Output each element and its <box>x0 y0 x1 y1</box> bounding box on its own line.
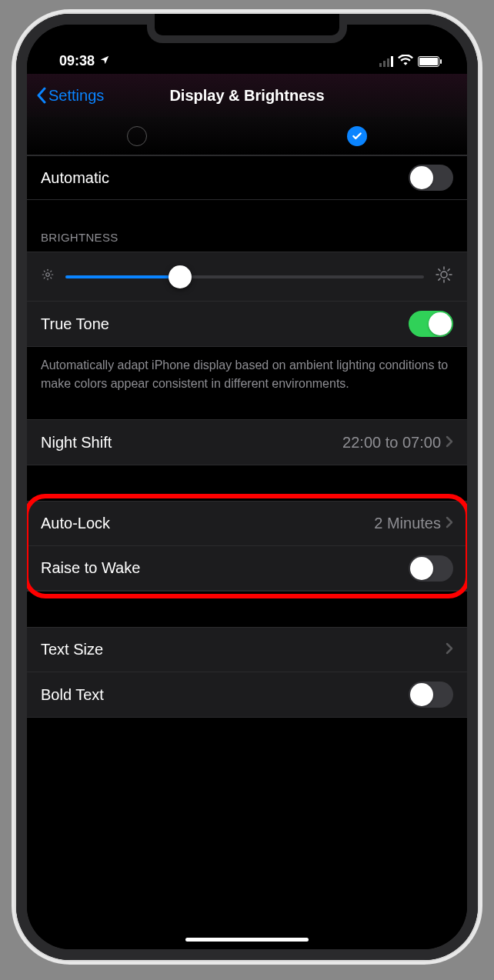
bold-text-row: Bold Text <box>27 672 467 717</box>
brightness-slider[interactable] <box>65 275 424 278</box>
bold-text-label: Bold Text <box>41 686 104 704</box>
night-shift-value: 22:00 to 07:00 <box>342 434 441 452</box>
svg-line-8 <box>51 271 52 272</box>
svg-line-15 <box>448 278 449 280</box>
appearance-dark-option[interactable] <box>247 117 467 155</box>
cellular-signal-icon <box>379 56 393 67</box>
radio-unchecked-icon <box>127 126 147 146</box>
back-label: Settings <box>48 87 104 105</box>
home-indicator[interactable] <box>185 938 309 942</box>
automatic-row: Automatic <box>27 155 467 200</box>
battery-icon <box>418 56 439 67</box>
night-shift-label: Night Shift <box>41 434 112 452</box>
chevron-left-icon <box>36 87 47 104</box>
appearance-selector <box>27 117 467 155</box>
true-tone-label: True Tone <box>41 315 109 333</box>
svg-line-17 <box>448 269 449 271</box>
chevron-right-icon <box>446 641 453 658</box>
navigation-bar: Settings Display & Brightness <box>27 74 467 117</box>
automatic-toggle[interactable] <box>409 165 453 191</box>
raise-to-wake-label: Raise to Wake <box>41 559 140 577</box>
auto-lock-row[interactable]: Auto-Lock 2 Minutes <box>27 502 467 546</box>
wifi-icon <box>398 53 413 69</box>
bold-text-toggle[interactable] <box>409 682 453 708</box>
true-tone-row: True Tone <box>27 302 467 346</box>
night-shift-row[interactable]: Night Shift 22:00 to 07:00 <box>27 420 467 465</box>
true-tone-footer: Automatically adapt iPhone display based… <box>27 347 467 401</box>
brightness-slider-row <box>27 252 467 302</box>
appearance-light-option[interactable] <box>27 117 247 155</box>
status-time: 09:38 <box>59 53 95 69</box>
back-button[interactable]: Settings <box>36 87 104 105</box>
text-size-label: Text Size <box>41 641 103 658</box>
radio-checked-icon <box>347 126 367 146</box>
raise-to-wake-row: Raise to Wake <box>27 546 467 591</box>
svg-line-16 <box>439 278 440 280</box>
brightness-header: Brightness <box>27 200 467 252</box>
true-tone-toggle[interactable] <box>409 311 453 337</box>
auto-lock-label: Auto-Lock <box>41 515 110 532</box>
sun-min-icon <box>41 268 55 285</box>
svg-point-9 <box>441 272 447 278</box>
automatic-label: Automatic <box>41 169 109 187</box>
svg-point-0 <box>46 273 50 277</box>
chevron-right-icon <box>446 434 453 452</box>
auto-lock-value: 2 Minutes <box>374 515 441 532</box>
svg-line-6 <box>51 278 52 278</box>
chevron-right-icon <box>446 515 453 532</box>
raise-to-wake-toggle[interactable] <box>409 555 453 582</box>
svg-line-7 <box>44 278 45 278</box>
svg-line-14 <box>439 269 440 271</box>
text-size-row[interactable]: Text Size <box>27 628 467 672</box>
sun-max-icon <box>435 265 453 288</box>
location-arrow-icon <box>99 53 110 69</box>
svg-line-5 <box>44 271 45 272</box>
